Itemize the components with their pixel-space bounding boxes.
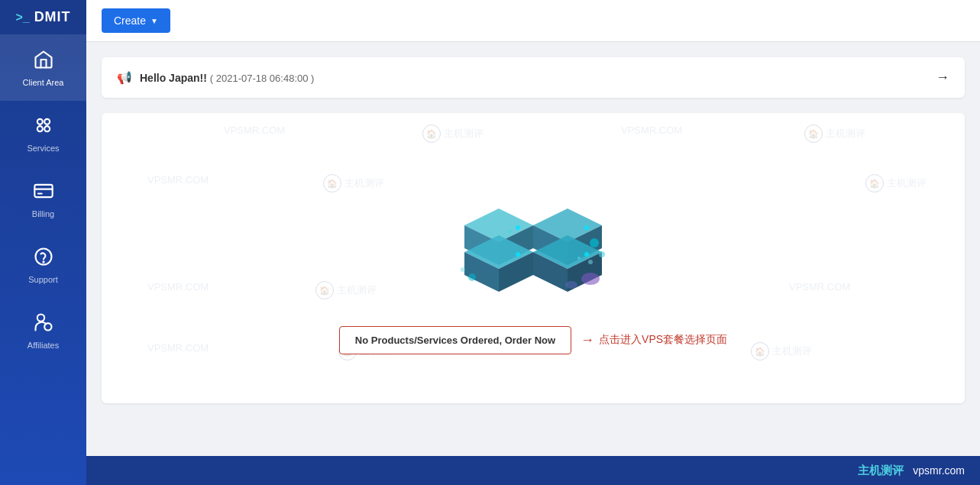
watermark-9: 🏠主机测评 (315, 281, 377, 299)
announcement-icon: 📢 (117, 70, 132, 85)
content-area: 📢 Hello Japan!! ( 2021-07-18 06:48:00 ) … (86, 42, 980, 456)
server-illustration (449, 163, 617, 303)
svg-point-1 (44, 119, 50, 124)
order-btn-label: No Products/Services Ordered, Order Now (355, 335, 555, 346)
watermark-4: 🏠主机测评 (804, 124, 865, 143)
order-now-button[interactable]: No Products/Services Ordered, Order Now (339, 326, 571, 354)
announcement-card: 📢 Hello Japan!! ( 2021-07-18 06:48:00 ) … (102, 57, 965, 98)
sidebar-item-support[interactable]: Support (0, 232, 86, 298)
home-icon (33, 49, 54, 73)
server-svg (449, 163, 617, 300)
svg-point-9 (37, 315, 44, 322)
watermark-5: VPSMR.COM (147, 174, 209, 186)
svg-point-35 (565, 281, 577, 289)
announcement-text: Hello Japan!! ( 2021-07-18 06:48:00 ) (140, 72, 314, 84)
services-panel: VPSMR.COM 🏠主机测评 VPSMR.COM 🏠主机测评 VPSMR.CO… (102, 113, 965, 403)
order-annotation: → 点击进入VPS套餐选择页面 (581, 332, 727, 348)
svg-point-14 (516, 225, 520, 230)
svg-point-2 (37, 126, 42, 131)
announcement-arrow-icon[interactable]: → (936, 70, 949, 86)
svg-point-15 (509, 230, 512, 233)
svg-point-29 (590, 238, 599, 247)
sidebar-item-billing[interactable]: Billing (0, 167, 86, 232)
sidebar-item-label-services: Services (27, 144, 59, 153)
bottombar-brand: 主机测评 (858, 464, 904, 478)
watermark-7: 🏠主机测评 (865, 174, 927, 192)
main-content: Create ▼ 📢 Hello Japan!! ( 2021-07-18 06… (86, 0, 980, 485)
svg-point-19 (584, 225, 589, 230)
sidebar-item-client-area[interactable]: Client Area (0, 35, 86, 101)
announcement-date: ( 2021-07-18 06:48:00 ) (210, 73, 315, 84)
create-button-label: Create (114, 15, 146, 27)
watermark-10: VPSMR.COM (147, 342, 209, 354)
annotation-text: 点击进入VPS套餐选择页面 (599, 333, 727, 347)
svg-point-32 (468, 273, 476, 281)
watermark-2: 🏠主机测评 (422, 124, 484, 143)
sidebar-item-affiliates[interactable]: Affiliates (0, 298, 86, 364)
sidebar-item-label-affiliates: Affiliates (27, 341, 59, 350)
announcement-title: Hello Japan!! (140, 72, 207, 84)
topbar: Create ▼ (86, 0, 980, 42)
svg-point-3 (44, 126, 50, 131)
svg-point-23 (516, 252, 520, 257)
svg-point-30 (599, 251, 605, 257)
svg-point-27 (584, 252, 589, 257)
svg-point-8 (43, 261, 44, 262)
watermark-12: VPSMR.COM (789, 281, 850, 293)
sidebar-item-services[interactable]: Services (0, 101, 86, 167)
logo-icon: >_ (15, 11, 29, 24)
watermark-8: VPSMR.COM (147, 281, 209, 293)
bottombar-domain: vpsmr.com (913, 464, 965, 477)
svg-point-33 (461, 267, 465, 272)
svg-point-34 (581, 273, 600, 285)
logo: >_ DMIT (0, 0, 86, 35)
affiliates-icon (33, 312, 54, 336)
watermark-1: VPSMR.COM (224, 124, 285, 136)
svg-point-10 (44, 323, 51, 330)
chevron-down-icon: ▼ (150, 17, 158, 25)
support-icon (33, 246, 54, 270)
sidebar-item-label-billing: Billing (32, 209, 54, 218)
watermark-6: 🏠主机测评 (323, 174, 384, 192)
order-container: No Products/Services Ordered, Order Now … (339, 326, 727, 354)
sidebar-nav: Client Area Services Bill (0, 35, 86, 485)
sidebar-item-label-support: Support (28, 275, 58, 284)
svg-point-28 (577, 257, 581, 260)
watermark-13: 🏠主机测评 (751, 342, 812, 361)
logo-text: DMIT (34, 9, 71, 25)
watermark-3: VPSMR.COM (621, 124, 682, 136)
sidebar: >_ DMIT Client Area Services (0, 0, 86, 485)
sidebar-item-label-client-area: Client Area (23, 78, 64, 87)
services-icon (33, 115, 54, 139)
create-button[interactable]: Create ▼ (102, 8, 170, 33)
bottombar: 主机测评 vpsmr.com (86, 456, 980, 485)
svg-rect-4 (34, 185, 52, 197)
svg-point-31 (588, 260, 593, 264)
announcement-left: 📢 Hello Japan!! ( 2021-07-18 06:48:00 ) (117, 70, 314, 85)
red-arrow-icon: → (581, 332, 594, 348)
billing-icon (33, 180, 54, 205)
svg-point-0 (37, 119, 42, 124)
